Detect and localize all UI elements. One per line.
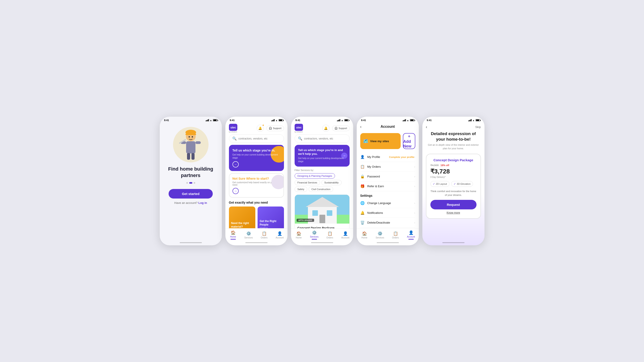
nav-orders-3[interactable]: 📋 Orders [322, 231, 338, 239]
signal-icon-3 [337, 119, 340, 121]
nav-account-2[interactable]: 👤 Account [272, 231, 288, 239]
know-more-link[interactable]: Know more [430, 211, 476, 214]
vendors-card[interactable]: Need the right material? SEARCH VENDORS … [229, 206, 255, 228]
services-nav-icon-3: ⚙️ [312, 230, 317, 235]
account-nav-icon: 👤 [277, 231, 282, 236]
nav-orders-2[interactable]: 📋 Orders [256, 231, 272, 239]
svg-rect-18 [327, 210, 332, 216]
battery-icon-2 [279, 119, 283, 121]
nav-account-label-4: Account [407, 236, 415, 238]
notification-button[interactable]: 🔔 [257, 125, 264, 132]
orders-icon: 📋 [360, 164, 365, 169]
bottom-nav-4: 🏠 Home ⚙️ Services 📋 Orders 👤 Account [357, 228, 419, 240]
not-sure-btn[interactable]: → [232, 188, 239, 194]
dot-3 [194, 182, 195, 184]
service-card-body: Concept Design Package Explore 2D and 3D… [295, 224, 350, 228]
search-input-2[interactable] [238, 137, 281, 140]
sites-map-icon: 🗺️ [363, 138, 368, 144]
view-sites-button[interactable]: 🗺️ View my sites [360, 133, 401, 149]
package-request-button[interactable]: Request [430, 200, 476, 210]
status-icons-1: ▲ [206, 119, 218, 122]
dot-2 [189, 182, 192, 184]
home-content: Tell us which stage you're in. Get help … [226, 145, 288, 228]
nav-services-3[interactable]: ⚙️ Services [306, 230, 322, 240]
settings-section-header: Settings [360, 191, 415, 198]
menu-item-refer[interactable]: 🎁 Refer & Earn › [360, 182, 415, 191]
stage-banner[interactable]: Tell us which stage you're in. Get help … [229, 145, 284, 171]
services-stage-banner[interactable]: Tell us which stage you're in and we'll … [294, 145, 350, 166]
concept-design-package-card: Concept Design Package ₹4,500 18% off ₹3… [426, 154, 481, 219]
stage-banner-btn[interactable]: → [232, 161, 239, 168]
stage-banner-desc: Get help on your current building develo… [232, 153, 280, 160]
discount-badge: UPTO 20%OFF [296, 219, 314, 222]
menu-item-language[interactable]: 🌐 Change Language › [360, 198, 415, 208]
services-stage-desc: Get help on your current building develo… [298, 157, 346, 163]
screen-account: 9:41 ▲ ‹ Account 🗺️ View my sites ＋ Add … [357, 117, 419, 245]
utec-logo: utec by Ultratech [229, 124, 237, 133]
filter-financial[interactable]: Financial Services [294, 180, 320, 185]
nav-home-label-4: Home [362, 236, 367, 239]
time-3: 9:41 [296, 119, 300, 122]
login-link[interactable]: Log in [198, 201, 207, 204]
filter-civil[interactable]: Civil Construction [308, 186, 334, 192]
menu-text-orders: My Orders [367, 165, 414, 168]
account-nav-active-indicator [408, 239, 414, 240]
search-input-3[interactable] [304, 137, 346, 140]
nav-orders-label: Orders [261, 236, 268, 239]
nav-account-3[interactable]: 👤 Account [338, 231, 353, 239]
back-button[interactable]: ‹ [360, 124, 362, 129]
menu-item-profile[interactable]: 👤 My Profile Complete your profile › [360, 152, 415, 162]
account-nav-icon-3: 👤 [343, 231, 348, 236]
screen-package-detail: 9:41 ▲ ‹ Skip Detailed expression of you… [422, 117, 484, 245]
contractors-card[interactable]: Get the Right People SEARCH CONTRACTORS … [258, 206, 284, 228]
get-started-button[interactable]: Get started [168, 189, 213, 198]
menu-text-refer: Refer & Earn [367, 184, 414, 188]
signal-icon-4 [403, 119, 406, 121]
support-button[interactable]: 🎧 Support [266, 126, 284, 131]
menu-item-orders[interactable]: 📋 My Orders › [360, 162, 415, 172]
add-new-button[interactable]: ＋ Add New [403, 133, 415, 149]
time-2: 9:41 [230, 119, 235, 122]
menu-item-password[interactable]: 🔒 Password › [360, 172, 415, 182]
nav-home-2[interactable]: 🏠 Home [226, 230, 241, 240]
chevron-password: › [414, 175, 415, 178]
svg-rect-19 [320, 215, 325, 223]
nav-services-label-4: Services [376, 236, 384, 239]
logo-icon: utec [229, 124, 237, 131]
nav-account-4[interactable]: 👤 Account [403, 230, 419, 240]
onboarding-title: Find home building partners [165, 166, 216, 178]
nav-services-4[interactable]: ⚙️ Services [372, 231, 388, 239]
chevron-delete: › [414, 221, 415, 224]
menu-item-delete[interactable]: 🗑️ Delete/Deactivate › [360, 218, 415, 228]
logo-sub-3: by Ultratech [294, 131, 303, 133]
header-icons: 🔔 🎧 Support [257, 125, 284, 132]
battery-icon-5 [476, 119, 480, 121]
nav-home-4[interactable]: 🏠 Home [357, 231, 372, 239]
wifi-icon-5: ▲ [472, 119, 475, 122]
support-button-3[interactable]: 🎧 Support [332, 126, 350, 131]
nav-orders-label-3: Orders [326, 236, 333, 239]
status-bar-4: 9:41 ▲ [357, 117, 419, 122]
nav-services-2[interactable]: ⚙️ Services [241, 231, 256, 239]
utec-logo-3: utec by Ultratech [294, 124, 303, 133]
menu-text-profile: My Profile [367, 155, 389, 158]
nav-active-indicator [230, 239, 236, 240]
home-nav-icon-4: 🏠 [362, 231, 367, 236]
detail-back-button[interactable]: ‹ [426, 125, 427, 129]
status-bar-2: 9:41 ▲ [226, 117, 288, 122]
nav-home-label: Home [230, 236, 236, 238]
notification-button-3[interactable]: 🔔 [322, 125, 330, 132]
nav-home-3[interactable]: 🏠 Home [291, 231, 306, 239]
filter-designing[interactable]: Designing & Planning Packages [294, 173, 335, 178]
skip-button[interactable]: Skip [475, 125, 481, 129]
filter-sustainability[interactable]: Sustainability [322, 180, 342, 185]
menu-text-notifications: Notifications [367, 211, 414, 214]
chevron-orders: › [414, 165, 415, 168]
nav-orders-4[interactable]: 📋 Orders [388, 231, 403, 239]
service-cards-row: Need the right material? SEARCH VENDORS … [229, 206, 284, 228]
menu-item-notifications[interactable]: 🔔 Notifications › [360, 208, 415, 218]
svg-rect-17 [312, 210, 318, 216]
filter-safety[interactable]: Safety [294, 186, 307, 192]
filter-chips: Designing & Planning Packages Financial … [294, 173, 350, 192]
not-sure-banner[interactable]: Not Sure Where to start? Get customized … [229, 173, 284, 198]
